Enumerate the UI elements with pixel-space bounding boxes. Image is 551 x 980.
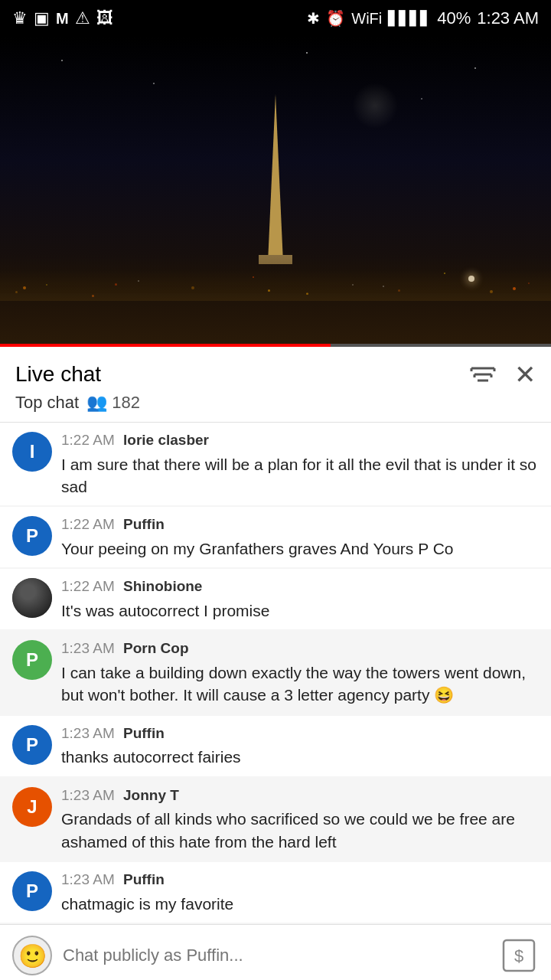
message-meta: 1:23 AM Puffin [61,870,539,890]
username: Puffin [123,871,165,887]
filter-button[interactable] [470,364,496,385]
username: Puffin [123,516,165,532]
table-row: P 1:23 AM Porn Cop I can take a building… [0,631,551,714]
video-progress-fill [0,344,331,347]
table-row: P 1:23 AM Puffin chatmagic is my favorit… [0,862,551,923]
message-time: 1:22 AM [61,516,115,532]
warning-icon: ⚠ [75,8,90,28]
table-row: P 1:23 AM Puffin thanks autocorrect fair… [0,716,551,776]
message-time: 1:22 AM [61,578,115,594]
bluetooth-icon: ✱ [307,9,320,28]
message-time: 1:23 AM [61,871,115,887]
avatar [12,578,52,618]
chat-input-bar: 🙂 $ [0,924,551,980]
time-display: 1:23 AM [477,8,539,28]
image-icon: 🖼 [96,8,113,28]
emoji-icon: 🙂 [18,942,47,969]
message-text: I am sure that there will be a plan for … [61,453,539,498]
message-meta: 1:23 AM Puffin [61,724,539,744]
message-meta: 1:23 AM Jonny T [61,786,539,806]
message-text: I can take a building down exactly the w… [61,662,539,707]
username: Shinobione [123,578,202,594]
message-time: 1:23 AM [61,787,115,803]
message-meta: 1:23 AM Porn Cop [61,639,539,659]
live-chat-section: Live chat ✕ Top chat 👥 182 [0,347,551,980]
message-time: 1:23 AM [61,640,115,656]
chat-header: Live chat ✕ [0,347,551,390]
avatar: J [12,787,52,827]
chat-sub-header: Top chat 👥 182 [0,390,551,423]
viewer-count-number: 182 [112,393,140,413]
viewer-icon: 👥 [86,393,107,413]
username: Jonny T [123,787,179,803]
message-text: It's was autocorrect I promise [61,599,539,622]
message-meta: 1:22 AM Shinobione [61,577,539,597]
close-chat-button[interactable]: ✕ [514,359,536,390]
message-content: 1:23 AM Jonny T Grandads of all kinds wh… [61,786,539,853]
table-row: P 1:22 AM Puffin Your peeing on my Granf… [0,507,551,567]
live-chat-title: Live chat [15,362,101,387]
message-text: thanks autocorrect fairies [61,746,539,768]
message-text: chatmagic is my favorite [61,893,539,915]
avatar: P [12,871,52,911]
table-row: 1:22 AM Shinobione It's was autocorrect … [0,569,551,629]
m-icon: M [56,10,69,28]
username: Puffin [123,725,165,741]
status-bar: ♛ ▣ M ⚠ 🖼 ✱ ⏰ WiFi ▋▋▋▋ 40% 1:23 AM [0,0,551,37]
message-meta: 1:22 AM lorie clasber [61,430,539,451]
chat-input[interactable] [63,946,488,965]
message-content: 1:23 AM Puffin chatmagic is my favorite [61,870,539,915]
svg-text:$: $ [514,946,523,965]
chat-header-controls: ✕ [470,359,536,390]
folder-icon: ▣ [34,8,50,28]
table-row: J 1:23 AM Jonny T Grandads of all kinds … [0,778,551,861]
message-content: 1:22 AM lorie clasber I am sure that the… [61,430,539,498]
top-chat-label: Top chat [15,393,79,413]
message-time: 1:23 AM [61,725,115,741]
message-content: 1:23 AM Puffin thanks autocorrect fairie… [61,724,539,769]
emoji-button[interactable]: 🙂 [12,936,52,975]
avatar: I [12,432,52,472]
avatar: P [12,725,52,765]
avatar: P [12,516,52,556]
username: lorie clasber [123,432,209,448]
wifi-icon: WiFi [351,10,382,28]
table-row: I 1:22 AM lorie clasber I am sure that t… [0,423,551,505]
message-content: 1:23 AM Porn Cop I can take a building d… [61,639,539,706]
status-icons-right: ✱ ⏰ WiFi ▋▋▋▋ 40% 1:23 AM [307,8,539,28]
username: Porn Cop [123,640,189,656]
message-content: 1:22 AM Puffin Your peeing on my Granfat… [61,514,539,560]
alarm-icon: ⏰ [326,9,345,28]
video-player[interactable] [0,37,551,347]
crown-icon: ♛ [12,8,28,28]
battery-level: 40% [437,8,471,28]
message-time: 1:22 AM [61,432,115,448]
super-chat-button[interactable]: $ [499,936,539,975]
video-progress-bar[interactable] [0,344,551,347]
signal-icon: ▋▋▋▋ [388,10,431,27]
message-text: Grandads of all kinds who sacrificed so … [61,808,539,853]
message-content: 1:22 AM Shinobione It's was autocorrect … [61,577,539,622]
viewer-count: 👥 182 [86,393,140,413]
status-icons-left: ♛ ▣ M ⚠ 🖼 [12,8,113,28]
close-icon: ✕ [514,359,536,390]
message-text: Your peeing on my Granfathers graves And… [61,537,539,560]
avatar: P [12,640,52,680]
message-meta: 1:22 AM Puffin [61,514,539,535]
chat-messages-list: I 1:22 AM lorie clasber I am sure that t… [0,423,551,924]
